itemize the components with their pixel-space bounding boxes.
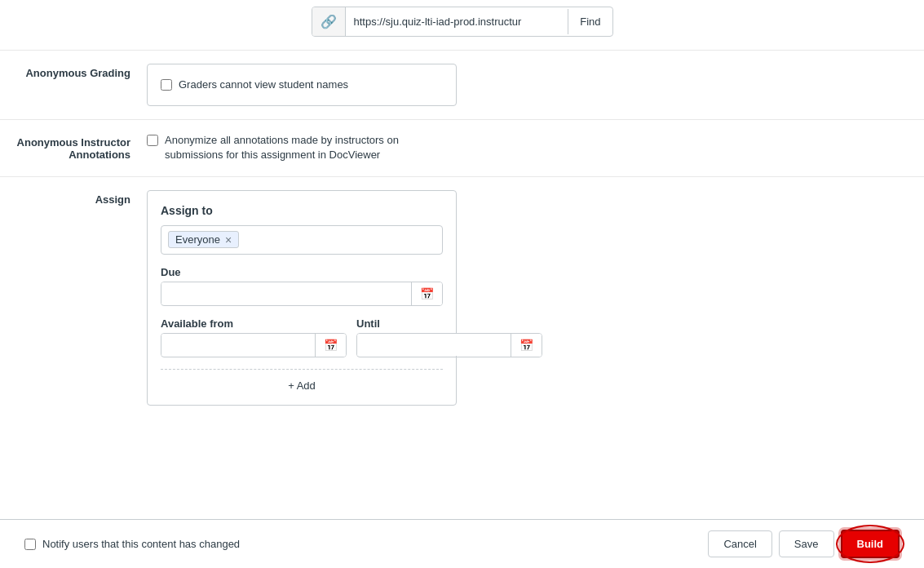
anonymous-instructor-row: Anonymous Instructor Annotations Anonymi…: [0, 120, 924, 175]
available-from-field-group: Available from 📅: [161, 317, 347, 357]
anonymous-instructor-checkbox[interactable]: [147, 135, 158, 146]
url-box: 🔗 https://sju.quiz-lti-iad-prod.instruct…: [312, 7, 613, 37]
save-button[interactable]: Save: [779, 530, 834, 557]
assign-label: Assign: [0, 190, 147, 206]
assign-to-input[interactable]: Everyone ×: [161, 225, 443, 255]
assign-tag-label: Everyone: [175, 233, 220, 246]
due-input[interactable]: [161, 282, 411, 304]
notify-checkbox[interactable]: [24, 539, 36, 550]
assign-tag-everyone: Everyone ×: [168, 231, 239, 248]
add-button[interactable]: + Add: [288, 379, 316, 392]
link-icon: 🔗: [312, 7, 346, 36]
due-input-wrapper: 📅: [161, 282, 443, 306]
until-field-group: Until 📅: [356, 317, 542, 357]
find-button[interactable]: Find: [568, 9, 612, 34]
due-calendar-button[interactable]: 📅: [411, 282, 442, 305]
footer-buttons: Cancel Save Build: [708, 530, 900, 558]
url-value: https://sju.quiz-lti-iad-prod.instructur: [346, 9, 568, 34]
until-input[interactable]: [357, 334, 511, 356]
anonymous-grading-control: Graders cannot view student names: [147, 64, 457, 106]
url-row: 🔗 https://sju.quiz-lti-iad-prod.instruct…: [0, 0, 924, 50]
anonymous-grading-panel: Graders cannot view student names: [147, 64, 457, 106]
due-field-group: Due 📅: [161, 266, 443, 306]
notify-label[interactable]: Notify users that this content has chang…: [42, 538, 240, 550]
add-row: + Add: [161, 369, 443, 392]
date-row: Available from 📅 Until 📅: [161, 317, 443, 357]
assign-control: Assign to Everyone × Due 📅: [147, 190, 457, 406]
notify-row: Notify users that this content has chang…: [24, 538, 240, 550]
anonymous-grading-checkbox-row: Graders cannot view student names: [161, 78, 443, 92]
anonymous-grading-checkbox-label[interactable]: Graders cannot view student names: [179, 78, 348, 92]
page-wrapper: 🔗 https://sju.quiz-lti-iad-prod.instruct…: [0, 0, 924, 568]
due-label: Due: [161, 266, 443, 278]
anonymous-grading-checkbox[interactable]: [161, 79, 172, 91]
assign-panel: Assign to Everyone × Due 📅: [147, 190, 457, 406]
footer: Notify users that this content has chang…: [0, 519, 924, 568]
cancel-button[interactable]: Cancel: [708, 530, 771, 557]
anonymous-grading-row: Anonymous Grading Graders cannot view st…: [0, 51, 924, 119]
build-button-wrapper: Build: [841, 530, 900, 558]
available-from-input[interactable]: [161, 334, 315, 356]
anonymous-instructor-checkbox-label[interactable]: Anonymize all annotations made by instru…: [165, 133, 457, 162]
anonymous-grading-label: Anonymous Grading: [0, 64, 147, 79]
build-button[interactable]: Build: [841, 530, 900, 558]
main-content: 🔗 https://sju.quiz-lti-iad-prod.instruct…: [0, 0, 924, 568]
anonymous-instructor-label: Anonymous Instructor Annotations: [0, 133, 147, 161]
available-from-label: Available from: [161, 317, 347, 330]
until-calendar-button[interactable]: 📅: [511, 334, 542, 357]
anonymous-instructor-checkbox-row: Anonymize all annotations made by instru…: [147, 133, 457, 162]
available-from-input-wrapper: 📅: [161, 333, 347, 357]
until-input-wrapper: 📅: [356, 333, 542, 357]
anonymous-instructor-control: Anonymize all annotations made by instru…: [147, 133, 457, 162]
assign-tag-remove-button[interactable]: ×: [225, 234, 232, 246]
available-from-calendar-button[interactable]: 📅: [315, 334, 346, 357]
assign-row: Assign Assign to Everyone × Due: [0, 177, 924, 419]
assign-to-heading: Assign to: [161, 204, 443, 217]
until-label: Until: [356, 317, 542, 330]
